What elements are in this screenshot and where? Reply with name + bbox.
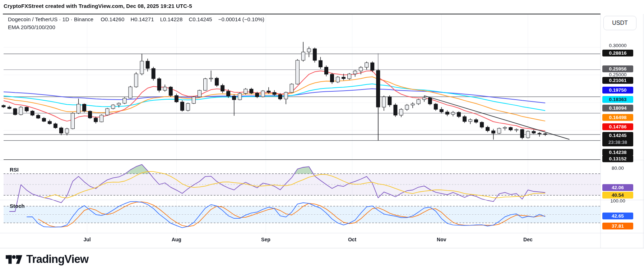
chart-canvas[interactable] [0, 0, 644, 278]
ema-indicator-label[interactable]: EMA 20/50/100/200 [8, 24, 269, 30]
tradingview-chart-page: CryptoFXStreet created with TradingView.… [0, 0, 644, 278]
ohlc-high: H0.14271 [130, 16, 154, 22]
tradingview-logo[interactable]: TradingView [6, 253, 88, 266]
rsi-pane-label[interactable]: RSI [10, 167, 19, 173]
ohlc-open: O0.14260 [101, 16, 124, 22]
stoch-pane-label[interactable]: Stoch [10, 203, 25, 209]
price-change: −0.00014 (−0.10%) [218, 16, 264, 22]
tradingview-logo-text: TradingView [26, 253, 88, 266]
ohlc-low: L0.14228 [160, 16, 183, 22]
attribution-text: CryptoFXStreet created with TradingView.… [4, 3, 192, 9]
symbol-title[interactable]: Dogecoin / TetherUS · 1D · Binance [8, 16, 93, 22]
symbol-title-row[interactable]: Dogecoin / TetherUS · 1D · Binance O0.14… [8, 16, 269, 22]
ohlc-close: C0.14245 [189, 16, 212, 22]
currency-toggle-button[interactable]: USDT [603, 16, 636, 30]
chart-legend: Dogecoin / TetherUS · 1D · Binance O0.14… [8, 16, 269, 30]
tradingview-logo-icon [6, 255, 22, 264]
